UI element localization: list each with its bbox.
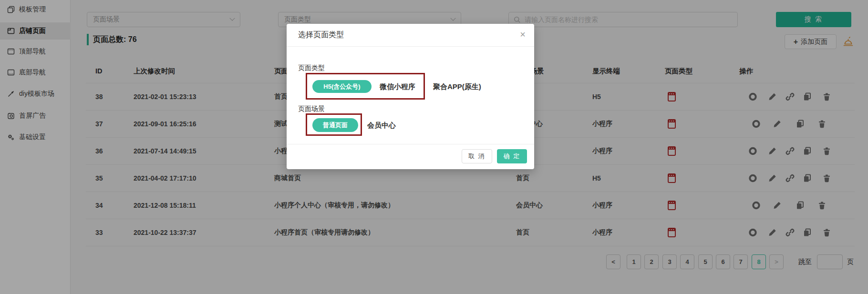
option-h5-selected[interactable]: H5(含公众号)	[312, 80, 372, 93]
modal-header: 选择页面类型 ×	[287, 24, 534, 47]
confirm-button[interactable]: 确 定	[497, 149, 527, 163]
select-page-type-modal: 选择页面类型 × 页面类型 H5(含公众号) 微信小程序 聚合APP(原生) 页…	[287, 24, 534, 169]
modal-title: 选择页面类型	[298, 30, 344, 40]
close-icon[interactable]: ×	[520, 30, 526, 39]
cancel-button[interactable]: 取 消	[462, 149, 492, 163]
option-wechat-miniprogram[interactable]: 微信小程序	[380, 82, 415, 91]
option-hybrid-app[interactable]: 聚合APP(原生)	[433, 82, 481, 91]
option-normal-page-selected[interactable]: 普通页面	[312, 118, 358, 132]
option-member-center[interactable]: 会员中心	[367, 121, 396, 130]
modal-page-type-label: 页面类型	[298, 64, 325, 72]
modal-page-scene-label: 页面场景	[298, 105, 325, 113]
modal-footer-divider	[287, 144, 534, 144]
